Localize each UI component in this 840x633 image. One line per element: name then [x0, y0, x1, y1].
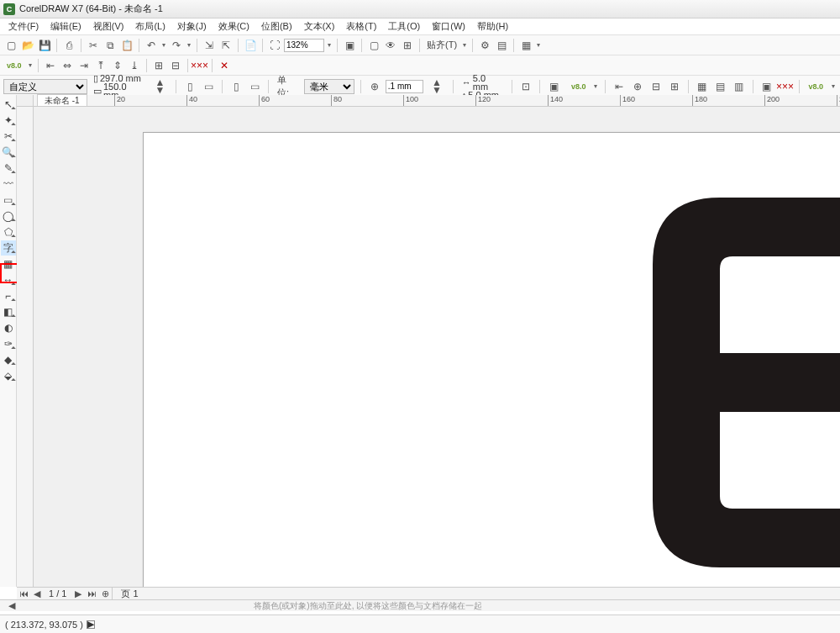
- extra-1[interactable]: ⇤: [612, 79, 627, 94]
- dimension-tool[interactable]: ↔: [1, 272, 16, 287]
- layout-button[interactable]: ▤: [494, 38, 509, 53]
- menu-窗口W[interactable]: 窗口(W): [427, 18, 470, 34]
- extra-4[interactable]: ⊞: [667, 79, 682, 94]
- palette-scroll-left[interactable]: ◀: [5, 600, 18, 611]
- new-button[interactable]: ▢: [3, 38, 18, 53]
- group-button[interactable]: ⊞: [151, 58, 166, 73]
- polygon-tool[interactable]: ⬠: [1, 224, 16, 240]
- nudge-distance-input[interactable]: [386, 80, 423, 93]
- menu-效果C[interactable]: 效果(C): [213, 18, 255, 34]
- options-button[interactable]: ⚙: [477, 38, 492, 53]
- play-icon[interactable]: ▶: [87, 620, 95, 629]
- canvas-viewport[interactable]: [34, 107, 840, 587]
- hint-button[interactable]: ▢: [366, 38, 381, 53]
- all-pages-button[interactable]: ▯: [228, 79, 244, 94]
- dropshadow-tool[interactable]: ◧: [1, 304, 16, 319]
- print-button[interactable]: ⎙: [61, 38, 76, 53]
- extra-5[interactable]: ▦: [695, 79, 710, 94]
- menu-位图B[interactable]: 位图(B): [256, 18, 297, 34]
- last-page-button[interactable]: ⏭: [85, 588, 98, 599]
- align-top-icon[interactable]: ⤒: [93, 58, 108, 73]
- portrait-button[interactable]: ▯: [182, 79, 197, 94]
- artistic-media-tool[interactable]: 〰: [1, 177, 16, 192]
- snap-dropdown[interactable]: ▾: [461, 41, 468, 49]
- menu-表格T[interactable]: 表格(T): [341, 18, 381, 34]
- launch-button[interactable]: ⛶: [267, 38, 282, 53]
- add-page-button[interactable]: ⊕: [98, 588, 112, 599]
- first-page-button[interactable]: ⏮: [17, 588, 30, 599]
- shape-tool[interactable]: ✦: [1, 113, 16, 128]
- drawing-page[interactable]: [143, 132, 840, 587]
- menu-编辑E[interactable]: 编辑(E): [45, 18, 87, 34]
- paste-button[interactable]: 📋: [119, 38, 134, 53]
- horizontal-ruler[interactable]: 020406080100120140160180200220: [34, 95, 840, 107]
- preview-button[interactable]: 👁: [383, 38, 398, 53]
- snap-label[interactable]: 贴齐(T): [424, 39, 459, 51]
- zoom-level-input[interactable]: [284, 39, 324, 52]
- crop-tool[interactable]: ✂: [1, 129, 16, 144]
- menu-对象J[interactable]: 对象(J): [172, 18, 212, 34]
- eyedropper-tool[interactable]: ✑: [1, 336, 16, 351]
- import-button[interactable]: ⇲: [202, 38, 217, 53]
- document-palette[interactable]: ◀ 将颜色(或对象)拖动至此处, 以便将这些颜色与文档存储在一起: [0, 599, 840, 611]
- redo-button[interactable]: ↷: [169, 38, 184, 53]
- next-page-button[interactable]: ▶: [71, 588, 85, 599]
- connector-tool[interactable]: ⌐: [1, 288, 16, 303]
- cut-button[interactable]: ✂: [86, 38, 101, 53]
- extra-6[interactable]: ▤: [713, 79, 728, 94]
- treat-objects-button[interactable]: ⊡: [518, 79, 533, 94]
- menu-布局L[interactable]: 布局(L): [130, 18, 170, 34]
- dup-x[interactable]: 5.0 mm: [473, 74, 503, 91]
- current-page-button[interactable]: ▭: [247, 79, 262, 94]
- export-button[interactable]: ⇱: [218, 38, 234, 53]
- freehand-tool[interactable]: ✎: [1, 161, 16, 176]
- ungroup-button[interactable]: ⊟: [168, 58, 183, 73]
- menu-文本X[interactable]: 文本(X): [299, 18, 340, 34]
- document-tab[interactable]: 未命名 -1: [37, 94, 87, 106]
- prev-page-button[interactable]: ◀: [30, 588, 44, 599]
- redo-dropdown[interactable]: ▾: [186, 41, 192, 49]
- misc-button[interactable]: ▣: [546, 79, 561, 94]
- delete-icon[interactable]: ×××: [192, 58, 207, 73]
- align-right-icon[interactable]: ⇥: [76, 58, 92, 73]
- snap-button[interactable]: ⊞: [400, 38, 415, 53]
- app-launcher-button[interactable]: ▦: [518, 38, 533, 53]
- table-tool[interactable]: ▦: [1, 256, 16, 272]
- page-width[interactable]: 297.0 mm: [100, 74, 141, 82]
- stepdn-icon[interactable]: ▼: [152, 87, 167, 94]
- text-tool[interactable]: 字: [1, 240, 16, 256]
- pick-tool[interactable]: ↖: [1, 97, 16, 112]
- menu-文件F[interactable]: 文件(F): [3, 18, 44, 34]
- align-middle-icon[interactable]: ⇕: [110, 58, 125, 73]
- zoom-tool[interactable]: 🔍: [1, 145, 16, 160]
- zoom-dropdown[interactable]: ▾: [326, 41, 333, 49]
- copy-button[interactable]: ⧉: [102, 38, 118, 53]
- open-button[interactable]: 📂: [20, 38, 35, 53]
- vertical-ruler[interactable]: [17, 107, 34, 587]
- fill-tool[interactable]: ◆: [1, 352, 16, 367]
- undo-button[interactable]: ↶: [144, 38, 159, 53]
- fullscreen-button[interactable]: ▣: [342, 38, 357, 53]
- save-button[interactable]: 💾: [37, 38, 52, 53]
- extra-delete[interactable]: ×××: [778, 79, 793, 94]
- extra-8[interactable]: ▣: [759, 79, 774, 94]
- menu-帮助H[interactable]: 帮助(H): [472, 18, 513, 34]
- undo-dropdown[interactable]: ▾: [160, 41, 167, 49]
- page-tab-1[interactable]: 页 1: [112, 588, 146, 600]
- smartfill-tool[interactable]: ⬙: [1, 368, 16, 383]
- align-center-icon[interactable]: ⇔: [60, 58, 75, 73]
- letter-e-object[interactable]: [653, 198, 840, 567]
- menu-视图V[interactable]: 视图(V): [88, 18, 129, 34]
- extra-3[interactable]: ⊟: [648, 79, 664, 94]
- extra-7[interactable]: ▥: [732, 79, 747, 94]
- publish-pdf-button[interactable]: 📄: [243, 38, 258, 53]
- landscape-button[interactable]: ▭: [201, 79, 216, 94]
- trim-icon[interactable]: ✕: [217, 58, 232, 73]
- extra-2[interactable]: ⊕: [630, 79, 645, 94]
- align-bottom-icon[interactable]: ⤓: [127, 58, 142, 73]
- ellipse-tool[interactable]: ◯: [1, 208, 16, 224]
- transparency-tool[interactable]: ◐: [1, 320, 16, 335]
- rectangle-tool[interactable]: ▭: [1, 193, 16, 208]
- ruler-origin[interactable]: [17, 95, 34, 107]
- units-select[interactable]: 毫米: [304, 79, 354, 94]
